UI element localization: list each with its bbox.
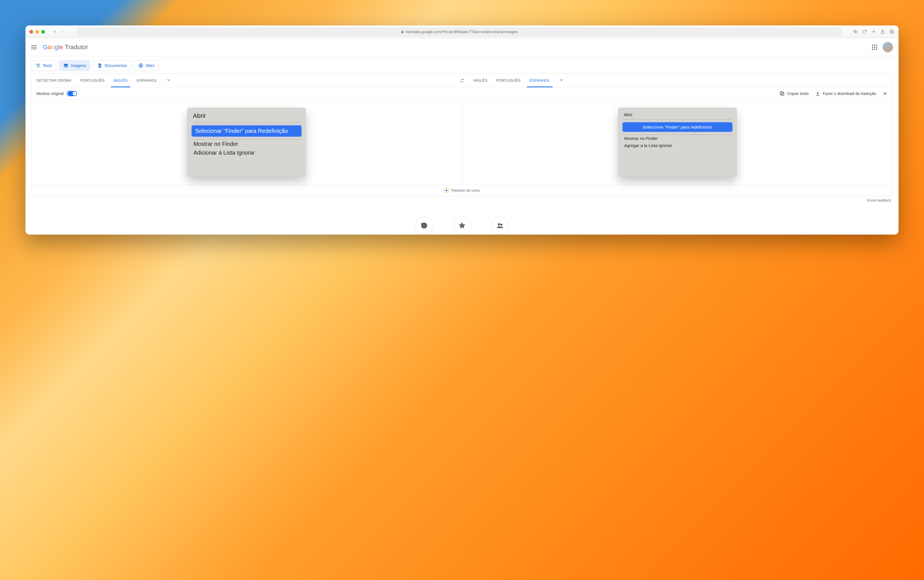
tabs-icon[interactable] <box>889 29 894 35</box>
target-menu-item-1: Mostrar no Finder <box>621 135 734 142</box>
source-pane: Abrir Selecionar "Finder" para Redefiniç… <box>31 100 462 185</box>
lens-label: Tradutor do Lens <box>451 188 480 193</box>
target-menu-selected: Seleccione "Finder" para redefinición <box>623 122 732 132</box>
target-image: Abrir Seleccione "Finder" para redefinic… <box>618 108 737 177</box>
mode-documents[interactable]: Documentos <box>93 60 131 71</box>
share-icon[interactable] <box>880 29 886 35</box>
copy-text-label: Copiar texto <box>787 91 808 96</box>
source-menu-item-2: Adicionar à Lista Ignorar <box>190 148 303 157</box>
source-languages: DETECTAR IDIOMA PORTUGUÊS INGLÊS ESPANHO… <box>31 74 456 87</box>
globe-icon <box>138 63 144 68</box>
source-menu-item-1: Mostrar no Finder <box>190 140 303 148</box>
minimize-window-button[interactable] <box>35 30 39 34</box>
mode-documents-label: Documentos <box>105 63 127 68</box>
target-menu-item-2: Agregar a la Lista Ignorar <box>621 142 734 149</box>
source-menu-title: Abrir <box>190 112 303 122</box>
image-panes: Abrir Selecionar "Finder" para Redefiniç… <box>31 100 893 185</box>
svg-rect-6 <box>891 31 893 33</box>
translate-toolbar-icon[interactable] <box>853 29 858 35</box>
target-menu-title: Abrir <box>621 112 734 119</box>
language-row: DETECTAR IDIOMA PORTUGUÊS INGLÊS ESPANHO… <box>31 74 893 87</box>
source-lang-more[interactable] <box>166 77 172 84</box>
source-lang-pt[interactable]: PORTUGUÊS <box>79 74 106 87</box>
community-button[interactable] <box>491 216 509 235</box>
divider <box>192 122 301 123</box>
mode-sites[interactable]: Sites <box>134 60 158 71</box>
back-button[interactable] <box>51 28 59 35</box>
text-icon <box>35 63 40 68</box>
source-lang-es[interactable]: ESPANHOL <box>135 74 158 87</box>
close-icon <box>883 91 888 96</box>
toolbar-right <box>853 29 894 35</box>
reload-icon[interactable] <box>862 29 868 35</box>
svg-point-14 <box>498 223 500 225</box>
account-avatar[interactable] <box>883 42 893 52</box>
target-languages: INGLÊS PORTUGUÊS ESPANHOL <box>468 74 893 87</box>
google-apps-icon[interactable] <box>871 44 878 50</box>
source-lang-en[interactable]: INGLÊS <box>112 74 129 87</box>
traffic-lights <box>30 30 45 34</box>
copy-text-button[interactable]: Copiar texto <box>779 91 808 96</box>
target-lang-en[interactable]: INGLÊS <box>472 74 488 87</box>
history-icon <box>421 222 428 229</box>
google-header: Google Tradutor <box>25 38 899 56</box>
svg-point-8 <box>65 65 66 65</box>
mode-text-label: Texto <box>43 63 52 68</box>
divider <box>623 119 732 120</box>
mode-images-label: Imagens <box>71 63 86 68</box>
copy-icon <box>779 91 785 96</box>
svg-rect-5 <box>890 30 893 33</box>
lens-row[interactable]: Tradutor do Lens <box>31 185 893 196</box>
bottom-shortcuts <box>25 208 899 235</box>
svg-rect-7 <box>64 64 68 67</box>
mode-images[interactable]: Imagens <box>59 60 90 71</box>
forward-button[interactable] <box>59 28 66 35</box>
image-icon <box>63 63 68 68</box>
document-icon <box>97 63 102 68</box>
mode-sites-label: Sites <box>145 63 154 68</box>
translate-card: DETECTAR IDIOMA PORTUGUÊS INGLÊS ESPANHO… <box>31 74 893 196</box>
lens-icon <box>444 188 449 193</box>
titlebar: translate.google.com/?hl=pt-BR&tab=TT&sl… <box>25 25 899 38</box>
download-label: Fazer o download da tradução <box>823 91 876 96</box>
svg-point-15 <box>501 224 502 225</box>
download-button[interactable]: Fazer o download da tradução <box>815 91 876 96</box>
product-name: Tradutor <box>65 43 88 51</box>
google-translate-logo[interactable]: Google Tradutor <box>43 43 88 51</box>
close-window-button[interactable] <box>30 30 33 34</box>
mode-text[interactable]: Texto <box>31 60 56 71</box>
source-image: Abrir Selecionar "Finder" para Redefiniç… <box>187 108 306 177</box>
people-icon <box>496 222 503 229</box>
history-button[interactable] <box>415 216 433 235</box>
new-tab-icon[interactable] <box>871 29 876 35</box>
svg-rect-10 <box>781 92 784 95</box>
target-pane: Abrir Seleccione "Finder" para redefinic… <box>462 100 893 185</box>
target-lang-es[interactable]: ESPANHOL <box>528 74 551 87</box>
download-icon <box>815 91 820 96</box>
source-lang-detect[interactable]: DETECTAR IDIOMA <box>35 74 73 87</box>
clear-button[interactable] <box>883 91 888 96</box>
show-original-toggle[interactable] <box>68 91 77 96</box>
action-row: Mostrar original Copiar texto Fazer o do… <box>31 87 893 100</box>
star-icon <box>458 222 466 229</box>
send-feedback-link[interactable]: Enviar feedback <box>25 196 899 208</box>
browser-window: translate.google.com/?hl=pt-BR&tab=TT&sl… <box>25 25 899 235</box>
url-bar[interactable]: translate.google.com/?hl=pt-BR&tab=TT&sl… <box>77 27 842 36</box>
show-original-label: Mostrar original <box>36 91 64 96</box>
menu-icon[interactable] <box>31 44 38 51</box>
source-menu-selected: Selecionar "Finder" para Redefinição <box>192 125 301 137</box>
target-lang-pt[interactable]: PORTUGUÊS <box>495 74 521 87</box>
target-lang-more[interactable] <box>559 77 564 84</box>
saved-button[interactable] <box>453 216 471 235</box>
svg-rect-11 <box>780 92 783 94</box>
swap-languages-button[interactable] <box>456 74 468 87</box>
url-text: translate.google.com/?hl=pt-BR&tab=TT&sl… <box>406 30 518 34</box>
zoom-window-button[interactable] <box>41 30 45 34</box>
lock-icon <box>401 30 404 33</box>
